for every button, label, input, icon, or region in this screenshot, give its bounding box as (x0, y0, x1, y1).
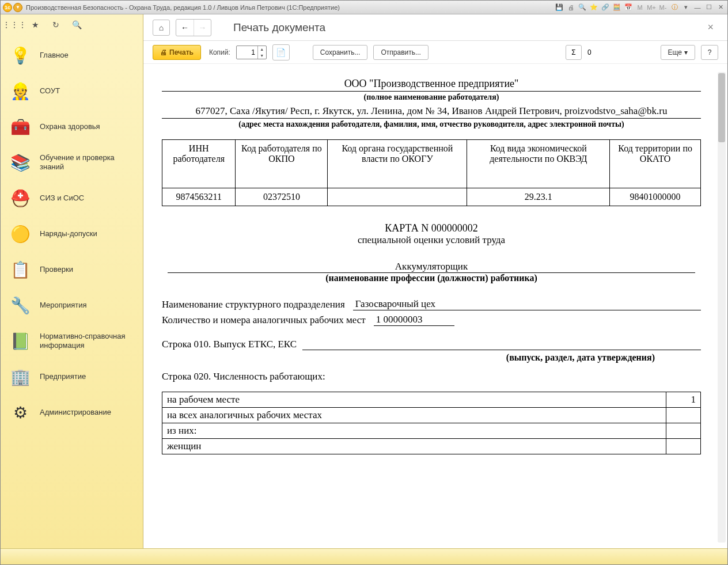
sum-button[interactable]: Σ (566, 45, 582, 60)
copies-input[interactable] (237, 47, 257, 58)
close-window-icon[interactable]: ✕ (716, 3, 725, 12)
save-icon[interactable]: 💾 (555, 3, 564, 12)
td-okved: 29.23.1 (467, 188, 610, 206)
save-button[interactable]: Сохранить... (313, 45, 368, 60)
address-desc: (адрес места нахождения работодателя, фа… (162, 120, 701, 129)
td-okogu (328, 188, 467, 206)
gear-icon: ⚙ (9, 401, 32, 424)
maximize-icon[interactable]: ☐ (704, 3, 714, 12)
building-icon: 🏢 (9, 365, 32, 388)
print-icon[interactable]: 🖨 (566, 3, 575, 12)
wrench-icon: 🔧 (9, 294, 32, 317)
titlebar: 1c ▼ Производственная Безопасность - Охр… (1, 1, 727, 14)
td-okato: 98401000000 (610, 188, 701, 206)
print-button[interactable]: 🖨Печать (153, 45, 201, 60)
scrollbar-thumb[interactable] (718, 73, 725, 142)
sidebar-item-label: Мероприятия (40, 301, 87, 310)
history-icon[interactable]: ↻ (50, 19, 62, 31)
spinner-down-icon[interactable]: ▼ (258, 52, 266, 59)
search-icon[interactable]: 🔍 (71, 19, 82, 31)
td-okpo: 02372510 (236, 188, 328, 206)
dept-value: Газосварочный цех (353, 298, 701, 310)
favorite-icon[interactable]: ⭐ (589, 3, 598, 12)
chevron-down-icon: ▾ (684, 48, 688, 56)
w-r4-label: женщин (162, 439, 666, 454)
w-r2-val (666, 408, 701, 423)
save-button-label: Сохранить... (320, 48, 361, 56)
dropdown-icon[interactable]: ▾ (681, 3, 691, 12)
home-button[interactable]: ⌂ (153, 20, 170, 36)
sidebar-item-permits[interactable]: 🟡Наряды-допуски (1, 216, 143, 252)
forward-button: → (194, 20, 211, 36)
status-bar (1, 548, 727, 564)
circle-icon: 🟡 (9, 222, 32, 245)
profession-desc: (наименование профессии (должности) рабо… (162, 273, 701, 283)
star-icon[interactable]: ★ (29, 19, 41, 31)
w-r1-label: на рабочем месте (162, 392, 666, 408)
mminus-icon[interactable]: M- (658, 3, 668, 12)
close-tab-button[interactable]: × (703, 19, 718, 36)
sidebar-item-label: СИЗ и СиОС (40, 194, 84, 203)
more-button[interactable]: Еще▾ (661, 45, 695, 60)
workers-table: на рабочем месте1 на всех аналогичных ра… (162, 392, 701, 454)
w-r3-val (666, 423, 701, 439)
card-title: КАРТА N 000000002 (162, 222, 701, 234)
link-icon[interactable]: 🔗 (601, 3, 610, 12)
sidebar-item-enterprise[interactable]: 🏢Предприятие (1, 359, 143, 395)
apps-icon[interactable]: ⋮⋮⋮ (9, 19, 20, 31)
sidebar-item-label: Предприятие (40, 372, 86, 381)
sidebar-item-checks[interactable]: 📋Проверки (1, 252, 143, 287)
scrollbar[interactable] (718, 72, 726, 543)
sidebar-item-admin[interactable]: ⚙Администрирование (1, 395, 143, 430)
w-r1-val: 1 (666, 392, 701, 408)
th-okogu: Код органа государственной власти по ОКО… (328, 140, 467, 188)
sidebar-item-refs[interactable]: 📗Нормативно-справочная информация (1, 323, 143, 359)
medkit-icon: 🧰 (9, 115, 32, 138)
minimize-icon[interactable]: — (693, 3, 702, 12)
th-inn: ИНН работодателя (162, 140, 236, 188)
calendar-icon[interactable]: 📅 (624, 3, 633, 12)
calc-icon[interactable]: 🧮 (612, 3, 621, 12)
back-button[interactable]: ← (176, 20, 194, 36)
preview-icon[interactable]: 🔍 (578, 3, 587, 12)
mplus-icon[interactable]: M+ (647, 3, 656, 12)
count-value: 1 00000003 (374, 314, 454, 326)
settings-button[interactable]: 📄 (272, 44, 290, 60)
document-body: ООО "Производственное предприятие" (полн… (154, 72, 717, 466)
w-r2-label: на всех аналогичных рабочих местах (162, 408, 666, 423)
sidebar-item-health[interactable]: 🧰Охрана здоровья (1, 109, 143, 145)
th-okato: Код территории по ОКАТО (610, 140, 701, 188)
line010-blank (302, 339, 701, 350)
line010-desc: (выпуск, раздел, дата утверждения) (162, 352, 701, 363)
sidebar-item-events[interactable]: 🔧Мероприятия (1, 287, 143, 323)
app-menu-icon[interactable]: ▼ (13, 3, 22, 12)
copies-spinner[interactable]: ▲▼ (236, 45, 267, 59)
codes-table: ИНН работодателя Код работодателя по ОКП… (162, 139, 701, 206)
sidebar-item-training[interactable]: 📚Обучение и проверка знаний (1, 145, 143, 180)
help-button-label: ? (708, 48, 712, 56)
dept-label: Наименование структурного подразделения (162, 299, 345, 310)
sidebar-item-label: Охрана здоровья (40, 122, 100, 131)
sidebar-item-label: СОУТ (40, 86, 60, 96)
sidebar-item-sout[interactable]: 👷СОУТ (1, 73, 143, 109)
send-button[interactable]: Отправить... (373, 45, 429, 60)
sum-value: 0 (587, 48, 592, 56)
info-icon[interactable]: ⓘ (670, 3, 679, 12)
sidebar-item-label: Администрирование (40, 408, 111, 417)
sidebar-item-label: Нормативно-справочная информация (40, 332, 135, 350)
td-inn: 9874563211 (162, 188, 236, 206)
worker-icon: 👷 (9, 79, 32, 103)
lamp-icon: 💡 (9, 44, 32, 67)
nav-buttons: ← → (176, 19, 211, 36)
sidebar-item-siz[interactable]: ⛑️СИЗ и СиОС (1, 180, 143, 216)
m-icon[interactable]: M (635, 3, 644, 12)
print-button-label: Печать (169, 48, 194, 56)
help-button[interactable]: ? (701, 45, 718, 60)
sidebar-item-main[interactable]: 💡Главное (1, 37, 143, 73)
spinner-up-icon[interactable]: ▲ (258, 46, 266, 52)
books-icon: 📚 (9, 151, 32, 174)
company-sub: (полное наименование работодателя) (162, 93, 701, 102)
w-r4-val (666, 439, 701, 454)
w-r3-label: из них: (162, 423, 666, 439)
page-title: Печать документа (233, 21, 325, 34)
